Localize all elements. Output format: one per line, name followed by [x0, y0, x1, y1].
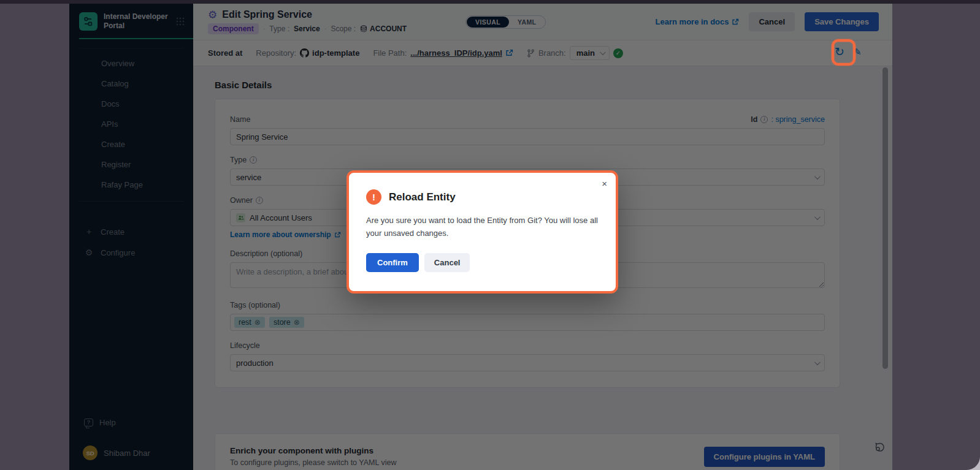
app-window: Internal Developer Portal Overview Catal… [69, 4, 892, 470]
reload-entity-dialog: × ! Reload Entity Are you sure you want … [346, 170, 618, 294]
dialog-cancel-button[interactable]: Cancel [424, 253, 470, 272]
annotation-highlight-ring [832, 39, 856, 66]
dialog-title: Reload Entity [389, 191, 456, 203]
confirm-button[interactable]: Confirm [366, 253, 419, 272]
close-icon[interactable]: × [602, 179, 607, 188]
frame-rounded-corner [962, 452, 980, 470]
warning-icon: ! [366, 189, 381, 205]
dialog-message: Are you sure you want to load the Entity… [366, 214, 600, 240]
frame-top-strip [0, 0, 980, 4]
